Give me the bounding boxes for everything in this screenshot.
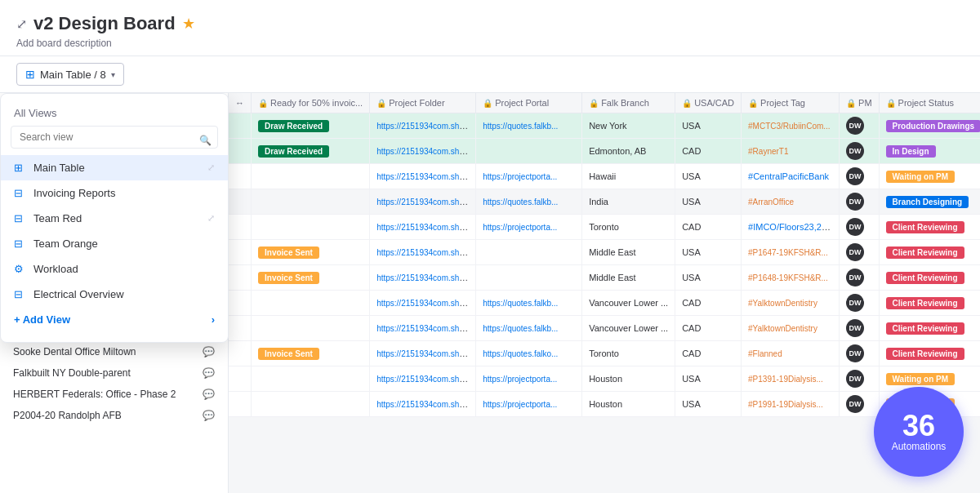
cell-folder[interactable]: https://2151934com.sha... (370, 316, 476, 341)
col-tag[interactable]: 🔒Project Tag (742, 93, 840, 113)
cell-folder[interactable]: https://2151934com.sha... (370, 392, 476, 417)
col-portal[interactable]: 🔒Project Portal (476, 93, 582, 113)
col-ready[interactable]: 🔒Ready for 50% invoic... (252, 93, 370, 113)
sidebar-item-4[interactable]: Sooke Dental Office Miltown 💬 (0, 341, 228, 362)
automations-bubble[interactable]: 36 Automations (874, 387, 964, 477)
cell-status: Client Reviewing (879, 316, 980, 341)
sidebar-item-label-6: HERBERT Federals: Office - Phase 2 (13, 389, 196, 400)
cell-arrow (229, 265, 252, 291)
cell-portal[interactable]: https://quotes.falkb... (476, 291, 582, 316)
cell-portal[interactable]: https://projectporta... (476, 164, 582, 189)
cell-folder[interactable]: https://2151934com.sha... (370, 265, 476, 291)
cell-pm: DW (840, 265, 880, 291)
table-row[interactable]: Draw Received https://2151934com.sha... … (229, 139, 980, 164)
sidebar-item-6[interactable]: HERBERT Federals: Office - Phase 2 💬 (0, 384, 228, 405)
cell-ready (252, 189, 370, 215)
cell-pm: DW (840, 240, 880, 265)
cell-folder[interactable]: https://2151934com.sha... (370, 164, 476, 189)
cell-branch: New York (582, 113, 675, 139)
cell-ready (252, 215, 370, 240)
cell-status: Client Reviewing (879, 291, 980, 316)
table-row[interactable]: https://2151934com.sha... https://quotes… (229, 291, 980, 316)
share-icon[interactable]: ⤢ (16, 16, 27, 32)
sidebar-item-5[interactable]: Falkbuilt NY Double-parent 💬 (0, 362, 228, 384)
table-view-icon-3: ⊟ (14, 212, 27, 224)
cell-folder[interactable]: https://2151934com.sha... (370, 240, 476, 265)
board-description[interactable]: Add board description (16, 38, 964, 49)
table-row[interactable]: Invoice Sent https://2151934com.sha... M… (229, 240, 980, 265)
table-row[interactable]: https://2151934com.sha... https://quotes… (229, 189, 980, 215)
col-branch[interactable]: 🔒Falk Branch (582, 93, 675, 113)
cell-tag: #P1647-19KFSH&R... (742, 240, 840, 265)
view-label-workload: Workload (33, 263, 215, 275)
cell-tag: #Flanned (742, 341, 840, 366)
cell-portal[interactable]: https://projectporta... (476, 215, 582, 240)
cell-portal[interactable]: https://quotes.falkb... (476, 189, 582, 215)
view-item-invoicing-reports[interactable]: ⊟ Invoicing Reports (1, 180, 228, 206)
search-container: 🔍 (1, 126, 228, 155)
view-item-electrical[interactable]: ⊟ Electrical Overview (1, 282, 228, 307)
table-row[interactable]: Draw Received https://2151934com.sha... … (229, 113, 980, 139)
view-item-team-red[interactable]: ⊟ Team Red ⤢ (1, 206, 228, 231)
cell-portal[interactable]: https://projectporta... (476, 392, 582, 417)
view-item-main-table[interactable]: ⊞ Main Table ⤢ (1, 155, 228, 180)
cell-folder[interactable]: https://2151934com.sha... (370, 215, 476, 240)
table-row[interactable]: https://2151934com.sha... https://projec… (229, 215, 980, 240)
cell-portal[interactable]: https://quotes.falkb... (476, 113, 582, 139)
view-item-team-orange[interactable]: ⊟ Team Orange (1, 231, 228, 256)
add-view-chevron: › (212, 313, 215, 326)
cell-tag: #YalktownDentistry (742, 291, 840, 316)
cell-pm: DW (840, 215, 880, 240)
table-row[interactable]: Invoice Sent https://2151934com.sha... M… (229, 265, 980, 291)
cell-folder[interactable]: https://2151934com.sha... (370, 189, 476, 215)
sidebar-item-7[interactable]: P2004-20 Randolph AFB 💬 (0, 405, 228, 426)
cell-pm: DW (840, 164, 880, 189)
cell-portal[interactable]: https://quotes.falkb... (476, 316, 582, 341)
cell-folder[interactable]: https://2151934com.sha... (370, 341, 476, 366)
table-area[interactable]: ↔ 🔒Ready for 50% invoic... 🔒Project Fold… (229, 93, 980, 493)
col-arrow[interactable]: ↔ (229, 93, 252, 113)
col-folder[interactable]: 🔒Project Folder (370, 93, 476, 113)
table-row[interactable]: https://2151934com.sha... https://quotes… (229, 316, 980, 341)
cell-arrow (229, 189, 252, 215)
cell-usa: CAD (675, 139, 742, 164)
cell-branch: Vancouver Lower ... (582, 316, 675, 341)
cell-folder[interactable]: https://2151934com.sha... (370, 113, 476, 139)
cell-folder[interactable]: https://2151934com.sha... (370, 291, 476, 316)
cell-portal[interactable]: https://projectporta... (476, 366, 582, 392)
cell-ready (252, 291, 370, 316)
cell-ready: Draw Received (252, 113, 370, 139)
view-label-team-orange: Team Orange (33, 238, 215, 250)
table-row[interactable]: https://2151934com.sha... https://projec… (229, 392, 980, 417)
cell-status: Waiting on PM (879, 164, 980, 189)
cell-tag: #RaynerT1 (742, 139, 840, 164)
cell-tag: #CentralPacificBank (742, 164, 840, 189)
star-icon[interactable]: ★ (182, 15, 195, 33)
cell-pm: DW (840, 139, 880, 164)
cell-usa: USA (675, 113, 742, 139)
table-row[interactable]: https://2151934com.sha... https://projec… (229, 366, 980, 392)
cell-usa: USA (675, 392, 742, 417)
data-table: ↔ 🔒Ready for 50% invoic... 🔒Project Fold… (229, 93, 980, 417)
add-view-row[interactable]: + Add View › (1, 307, 228, 332)
main-table-button[interactable]: ⊞ Main Table / 8 ▾ (16, 63, 124, 86)
cell-arrow (229, 215, 252, 240)
cell-portal[interactable]: https://quotes.falko... (476, 341, 582, 366)
table-row[interactable]: https://2151934com.sha... https://projec… (229, 164, 980, 189)
col-status[interactable]: 🔒Project Status (879, 93, 980, 113)
cell-branch: India (582, 189, 675, 215)
cell-ready (252, 392, 370, 417)
search-view-input[interactable] (11, 126, 218, 149)
sidebar-item-label-4: Sooke Dental Office Miltown (13, 346, 196, 358)
cell-folder[interactable]: https://2151934com.sha... (370, 139, 476, 164)
col-pm[interactable]: 🔒PM (840, 93, 880, 113)
cell-arrow (229, 291, 252, 316)
view-item-workload[interactable]: ⚙ Workload (1, 256, 228, 282)
cell-status: Client Reviewing (879, 265, 980, 291)
table-row[interactable]: Invoice Sent https://2151934com.sha... h… (229, 341, 980, 366)
cell-arrow (229, 316, 252, 341)
toolbar: ⊞ Main Table / 8 ▾ (0, 56, 980, 93)
col-usa[interactable]: 🔒USA/CAD (675, 93, 742, 113)
cell-folder[interactable]: https://2151934com.sha... (370, 366, 476, 392)
cell-tag: #IMCO/Floors23,24... (742, 215, 840, 240)
